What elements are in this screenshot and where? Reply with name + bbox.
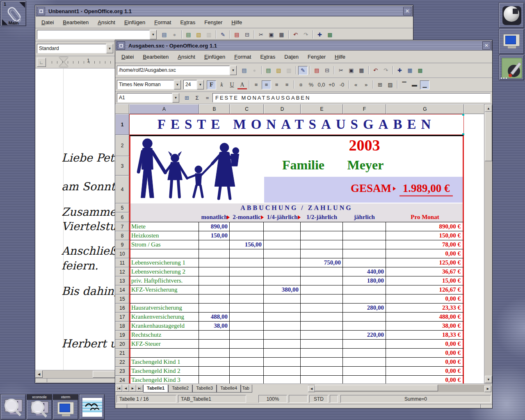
row-header-24[interactable]: 24 — [115, 376, 129, 383]
cell-value-d19[interactable] — [264, 331, 301, 340]
gesamt-value-cell[interactable]: 1.989,00 € — [399, 182, 453, 196]
cell-value-e12[interactable] — [301, 267, 343, 276]
cell-label[interactable]: Taschengeld Kind 3 — [129, 376, 199, 383]
cell-label[interactable]: KFZ-Steuer — [129, 340, 199, 349]
cell-value-e22[interactable] — [301, 358, 343, 367]
indent-marker-top-icon[interactable] — [59, 57, 68, 62]
gesamt-label-cell[interactable]: GESAM — [322, 182, 391, 195]
cell-value-d16[interactable] — [264, 304, 301, 313]
menu-item-einfügen[interactable]: Einfügen — [120, 18, 150, 27]
cell-pro-monat-22[interactable]: 0,00 € — [386, 358, 464, 367]
cell-value-c18[interactable] — [230, 322, 264, 331]
row-header-21[interactable]: 21 — [115, 349, 129, 358]
row-header-10[interactable]: 10 — [115, 249, 129, 258]
stop-loading-icon[interactable]: ● — [170, 30, 179, 39]
save-document-icon[interactable]: ▥ — [204, 30, 214, 39]
cell-label[interactable]: Taschengeld Kind 2 — [129, 367, 199, 376]
sum-icon[interactable]: Σ — [192, 94, 202, 103]
cell-value-c21[interactable] — [230, 349, 264, 358]
menu-item-extras[interactable]: Extras — [176, 18, 200, 27]
cell-pro-monat-23[interactable]: 0,00 € — [386, 367, 464, 376]
cell-value-b8[interactable]: 150,00 — [199, 231, 230, 240]
dock-item-image-editor[interactable] — [499, 55, 524, 80]
cell-value-c14[interactable] — [230, 285, 264, 294]
font-size-combobox[interactable]: 24 ▼ — [183, 80, 204, 89]
column-header-g[interactable]: G — [386, 104, 464, 114]
cell-value-f10[interactable] — [343, 249, 386, 258]
cell-value-d22[interactable] — [264, 358, 301, 367]
cell-value-b24[interactable] — [199, 376, 230, 383]
cell-value-b13[interactable] — [199, 276, 230, 285]
appicon-xmag[interactable] — [0, 394, 26, 420]
menu-item-format[interactable]: Format — [230, 52, 256, 62]
cell-value-e16[interactable] — [301, 304, 343, 313]
appicon-xterm[interactable]: xterm — [53, 394, 78, 420]
menu-item-format[interactable]: Format — [150, 18, 176, 27]
number-currency-icon[interactable]: ¤ — [296, 80, 306, 89]
cell-value-d24[interactable] — [264, 376, 301, 383]
cell-label[interactable]: Rechtschutz — [129, 331, 199, 340]
dropdown-icon[interactable]: ▼ — [174, 80, 181, 89]
row-header-4[interactable]: 4 — [115, 176, 129, 203]
cell-value-d7[interactable] — [264, 222, 301, 231]
bold-icon[interactable]: F — [207, 80, 216, 89]
dropdown-icon[interactable]: ▼ — [150, 30, 157, 39]
number-standard-icon[interactable]: 0,0 — [317, 80, 326, 89]
year-cell[interactable]: 2003 — [343, 136, 386, 154]
miniaturize-icon[interactable] — [37, 7, 45, 15]
background-color-icon[interactable]: ▨ — [386, 80, 395, 89]
caption-j-hrlich[interactable]: jährlich — [343, 212, 386, 222]
url-combobox[interactable]: /home/rolf2/Ausgaben.sxc ▼ — [117, 66, 237, 75]
row-header-13[interactable]: 13 — [115, 276, 129, 285]
column-header-a[interactable]: A — [129, 104, 199, 114]
scrollbar-thumb[interactable] — [315, 385, 438, 391]
row-header-8[interactable]: 8 — [115, 231, 129, 240]
menu-item-daten[interactable]: Daten — [280, 52, 303, 62]
font-size-value[interactable]: 24 — [183, 80, 197, 89]
decrease-indent-icon[interactable]: « — [351, 80, 361, 89]
cell-value-f16[interactable]: 280,00 — [343, 304, 386, 313]
cell-value-d12[interactable] — [264, 267, 301, 276]
scroll-left-icon[interactable]: ◀ — [35, 370, 43, 378]
cell-value-c7[interactable] — [230, 222, 264, 231]
scroll-left-icon[interactable]: ◀ — [308, 386, 315, 392]
formula-input-line[interactable]: FESTE MONATSAUSGABEN — [212, 93, 491, 103]
cell-value-b17[interactable]: 488,00 — [199, 313, 230, 322]
cell-pro-monat-13[interactable]: 15,00 € — [386, 276, 464, 285]
cell-value-f21[interactable] — [343, 349, 386, 358]
cell-value-f15[interactable] — [343, 294, 386, 304]
cell-label[interactable] — [129, 249, 199, 258]
close-icon[interactable]: ✕ — [403, 7, 411, 15]
column-header-c[interactable]: C — [230, 104, 264, 114]
menu-item-datei[interactable]: Datei — [117, 52, 138, 62]
load-url-icon[interactable]: ▤ — [240, 66, 249, 75]
cell-label[interactable]: Miete — [129, 222, 199, 231]
cell-pro-monat-20[interactable]: 0,00 € — [386, 340, 464, 349]
undo-icon[interactable]: ↶ — [371, 66, 380, 75]
cell-value-e15[interactable] — [301, 294, 343, 304]
increase-indent-icon[interactable]: » — [361, 80, 371, 89]
printer-icon[interactable]: ⊟ — [322, 66, 332, 75]
cell-value-d10[interactable] — [264, 249, 301, 258]
row-header-12[interactable]: 12 — [115, 267, 129, 276]
scroll-up-icon[interactable]: ▲ — [485, 105, 492, 112]
cell-label[interactable]: Taschengeld Kind 1 — [129, 358, 199, 367]
cell-pro-monat-14[interactable]: 126,67 € — [386, 285, 464, 294]
cell-value-d20[interactable] — [264, 340, 301, 349]
cell-value-e7[interactable] — [301, 222, 343, 231]
close-icon[interactable]: ✕ — [482, 41, 491, 50]
cell-value-d21[interactable] — [264, 349, 301, 358]
menu-item-fenster[interactable]: Fenster — [200, 18, 227, 27]
cell-label[interactable] — [129, 349, 199, 358]
dropdown-icon[interactable]: ▼ — [197, 80, 204, 89]
column-header-d[interactable]: D — [264, 104, 301, 114]
row-header-20[interactable]: 20 — [115, 340, 129, 349]
row-header-5[interactable]: 5 — [115, 203, 129, 212]
cell-value-b21[interactable] — [199, 349, 230, 358]
cell-value-b16[interactable] — [199, 304, 230, 313]
menu-item-fenster[interactable]: Fenster — [303, 52, 330, 62]
cell-pro-monat-16[interactable]: 23,33 € — [386, 304, 464, 313]
row-header-15[interactable]: 15 — [115, 294, 129, 304]
cell-label[interactable]: Lebensversicherung 1 — [129, 258, 199, 267]
cell-value-e8[interactable] — [301, 231, 343, 240]
